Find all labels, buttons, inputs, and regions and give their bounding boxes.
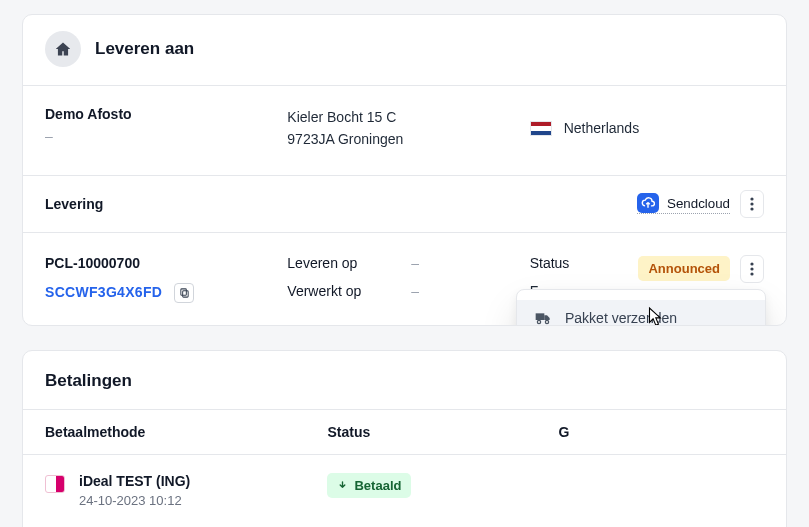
deliver-title: Leveren aan	[95, 39, 194, 59]
home-icon	[45, 31, 81, 67]
svg-point-6	[750, 267, 753, 270]
ship-on-value: –	[411, 255, 419, 271]
menu-label: Pakket verzenden	[565, 310, 677, 326]
deliver-card: Leveren aan Demo Afosto – Kieler Bocht 1…	[22, 14, 787, 326]
deliver-card-header: Leveren aan	[23, 15, 786, 85]
paid-label: Betaald	[354, 478, 401, 493]
svg-point-7	[750, 272, 753, 275]
svg-point-0	[750, 197, 753, 200]
svg-point-1	[750, 202, 753, 205]
flag-nl-icon	[530, 121, 552, 136]
tracking-link[interactable]: SCCWF3G4X6FD	[45, 283, 162, 299]
svg-rect-3	[182, 290, 188, 296]
delivery-more-button[interactable]	[740, 190, 764, 218]
shipment-status-col: Status F Announced Pakket verz	[530, 255, 764, 299]
payment-row: iDeal TEST (ING) 24-10-2023 10:12 Betaal…	[23, 455, 786, 527]
copy-tracking-button[interactable]	[174, 283, 194, 303]
shipment-id: PCL-10000700	[45, 255, 279, 271]
shipment-actions-menu: Pakket verzenden Verzendlabel printen	[516, 289, 766, 326]
country-name: Netherlands	[564, 120, 640, 136]
processed-on-label: Verwerkt op	[287, 283, 387, 299]
truck-icon	[535, 310, 551, 326]
svg-point-2	[750, 207, 753, 210]
paid-badge: Betaald	[327, 473, 411, 498]
ideal-logo-icon	[45, 475, 65, 493]
shipment-more-button[interactable]	[740, 255, 764, 283]
payments-thead: Betaalmethode Status G	[23, 409, 786, 455]
payments-card: Betalingen Betaalmethode Status G iDeal …	[22, 350, 787, 527]
col-method: Betaalmethode	[45, 424, 327, 440]
ship-on-label: Leveren op	[287, 255, 387, 271]
svg-point-8	[537, 320, 540, 323]
svg-point-5	[750, 262, 753, 265]
shipment-dates-col: Leveren op – Verwerkt op –	[287, 255, 521, 299]
shipment-id-col: PCL-10000700 SCCWF3G4X6FD	[45, 255, 279, 303]
shipment-row: PCL-10000700 SCCWF3G4X6FD Leveren op – V…	[23, 233, 786, 325]
svg-rect-4	[180, 289, 186, 295]
address-line-2: 9723JA Groningen	[287, 128, 521, 150]
status-badge: Announced	[638, 256, 730, 281]
address-row: Demo Afosto – Kieler Bocht 15 C 9723JA G…	[23, 86, 786, 175]
payment-date: 24-10-2023 10:12	[79, 493, 190, 508]
cloud-upload-icon	[637, 193, 659, 213]
col-approved: G	[559, 424, 764, 440]
sendcloud-button[interactable]: Sendcloud	[637, 193, 730, 214]
address-line-1: Kieler Bocht 15 C	[287, 106, 521, 128]
payment-method-name: iDeal TEST (ING)	[79, 473, 190, 489]
menu-item-send-package[interactable]: Pakket verzenden	[517, 300, 765, 326]
svg-point-9	[545, 320, 548, 323]
address-country-col: Netherlands	[530, 106, 764, 151]
arrow-down-icon	[337, 480, 348, 491]
col-status: Status	[327, 424, 558, 440]
processed-on-value: –	[411, 283, 419, 299]
address-lines-col: Kieler Bocht 15 C 9723JA Groningen	[287, 106, 521, 151]
address-name-col: Demo Afosto –	[45, 106, 279, 151]
sendcloud-label: Sendcloud	[667, 196, 730, 211]
delivery-bar: Levering Sendcloud	[23, 176, 786, 232]
payments-title: Betalingen	[23, 351, 786, 409]
customer-sub: –	[45, 128, 279, 144]
status-label: Status	[530, 255, 570, 271]
delivery-label: Levering	[45, 196, 103, 212]
customer-name: Demo Afosto	[45, 106, 279, 122]
